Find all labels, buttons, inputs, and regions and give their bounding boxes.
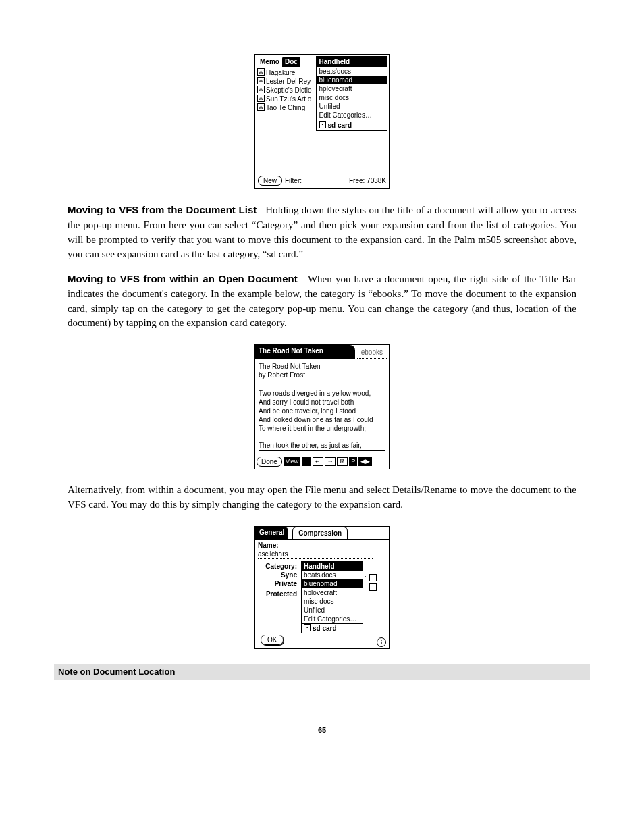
page-number: 65 bbox=[318, 726, 326, 734]
done-button[interactable]: Done bbox=[257, 457, 282, 467]
body-line: The Road Not Taken bbox=[259, 362, 385, 371]
doc-list-screenshot: Memo Doc WHagakure WLester Del Rey WSkep… bbox=[254, 54, 390, 189]
private-label: Private bbox=[258, 579, 300, 588]
list-item[interactable]: WLester Del Rey bbox=[257, 77, 314, 86]
open-document-screenshot: The Road Not Taken ebooks The Road Not T… bbox=[254, 344, 390, 469]
view-button[interactable]: View bbox=[284, 457, 300, 467]
name-label: Name: bbox=[258, 541, 279, 550]
dropdown-item[interactable]: misc docs bbox=[317, 93, 387, 102]
dropdown-item[interactable]: misc docs bbox=[302, 597, 363, 606]
body-line: by Robert Frost bbox=[259, 371, 385, 380]
category-label: Category: bbox=[258, 562, 300, 571]
sync-checkbox[interactable] bbox=[369, 574, 377, 581]
toolbar-icon[interactable]: ↵ bbox=[313, 457, 323, 467]
dropdown-item[interactable]: Unfiled bbox=[317, 102, 387, 111]
section-header-note: Note on Document Location bbox=[54, 664, 590, 681]
list-item[interactable]: WHagakure bbox=[257, 68, 314, 77]
paragraph-vfs-from-open-doc: Moving to VFS from within an Open Docume… bbox=[68, 271, 576, 331]
dropdown-item[interactable]: hplovecraft bbox=[302, 588, 363, 597]
toolbar-icon[interactable]: ☰ bbox=[302, 457, 311, 467]
filter-label: Filter: bbox=[285, 176, 302, 185]
category-dropdown[interactable]: Handheld beats'docs bluenomad hplovecraf… bbox=[301, 561, 363, 633]
sync-label: Sync bbox=[258, 571, 300, 579]
dropdown-item[interactable]: beats'docs bbox=[317, 67, 387, 76]
body-line: Two roads diverged in a yellow wood, bbox=[259, 389, 385, 398]
dropdown-item-selected[interactable]: bluenomad bbox=[302, 579, 363, 588]
doc-icon: W bbox=[257, 86, 265, 93]
protected-label: Protected bbox=[258, 590, 300, 598]
new-button[interactable]: New bbox=[258, 176, 282, 186]
compression-tab[interactable]: Compression bbox=[292, 527, 348, 539]
memo-tab[interactable]: Memo bbox=[257, 57, 282, 67]
document-list: WHagakure WLester Del Rey WSkeptic's Dic… bbox=[255, 67, 316, 113]
dropdown-item[interactable]: hplovecraft bbox=[317, 84, 387, 93]
list-item[interactable]: WSkeptic's Dictio bbox=[257, 86, 314, 95]
info-icon[interactable]: i bbox=[377, 637, 386, 647]
page-footer: 65 bbox=[68, 721, 576, 736]
dropdown-item-selected[interactable]: bluenomad bbox=[317, 76, 387, 84]
sd-card-icon: ▪ bbox=[304, 624, 311, 631]
body-line: And be one traveler, long I stood bbox=[259, 407, 385, 415]
dropdown-item[interactable]: beats'docs bbox=[302, 571, 363, 579]
dropdown-header: Handheld bbox=[317, 57, 387, 67]
document-category-selector[interactable]: ebooks bbox=[357, 346, 387, 359]
body-line: And looked down one as far as I could bbox=[259, 415, 385, 424]
dropdown-item[interactable]: Unfiled bbox=[302, 606, 363, 615]
details-dialog-screenshot: General Compression Name: asciichars Cat… bbox=[254, 526, 390, 649]
general-tab[interactable]: General bbox=[255, 527, 288, 539]
list-item[interactable]: WTao Te Ching bbox=[257, 103, 314, 112]
document-title-bar: The Road Not Taken bbox=[255, 345, 355, 359]
body-line: To where it bent in the undergrowth; bbox=[259, 424, 385, 433]
toolbar-icon[interactable]: ◀▶ bbox=[358, 457, 372, 467]
free-space-label: Free: 7038K bbox=[349, 176, 386, 185]
doc-icon: W bbox=[257, 103, 265, 111]
dropdown-item[interactable]: Edit Categories… bbox=[317, 111, 387, 120]
doc-icon: W bbox=[257, 95, 265, 102]
dropdown-item[interactable]: Edit Categories… bbox=[302, 615, 363, 623]
category-dropdown[interactable]: Handheld beats'docs bluenomad hplovecraf… bbox=[316, 56, 387, 131]
document-toolbar: Done View ☰ ↵ ↔ 🗎 P ◀▶ bbox=[255, 454, 389, 469]
body-line: Then took the other, as just as fair, bbox=[259, 441, 385, 451]
paragraph-vfs-from-list: Moving to VFS from the Document List Hol… bbox=[68, 203, 576, 262]
document-body: The Road Not Taken by Robert Frost Two r… bbox=[255, 359, 389, 454]
toolbar-icon[interactable]: P bbox=[349, 457, 357, 467]
doc-tab[interactable]: Doc bbox=[282, 57, 300, 67]
list-tabs: Memo Doc bbox=[255, 55, 316, 67]
dropdown-sdcard[interactable]: ▪sd card bbox=[317, 120, 387, 130]
paragraph-heading: Moving to VFS from the Document List bbox=[68, 204, 257, 215]
body-line: And sorry I could not travel both bbox=[259, 398, 385, 407]
list-item[interactable]: WSun Tzu's Art o bbox=[257, 95, 314, 103]
name-field[interactable]: asciichars bbox=[258, 550, 373, 559]
sd-card-icon: ▪ bbox=[319, 121, 326, 128]
doc-icon: W bbox=[257, 77, 265, 84]
toolbar-icon[interactable]: 🗎 bbox=[337, 457, 348, 467]
private-checkbox[interactable] bbox=[369, 583, 377, 591]
dropdown-sdcard[interactable]: ▪sd card bbox=[302, 623, 363, 633]
ok-button[interactable]: OK bbox=[261, 635, 284, 645]
doc-icon: W bbox=[257, 68, 265, 76]
toolbar-icon[interactable]: ↔ bbox=[325, 457, 336, 467]
paragraph-heading: Moving to VFS from within an Open Docume… bbox=[68, 273, 298, 284]
paragraph-alternative: Alternatively, from within a document, y… bbox=[68, 483, 576, 513]
dropdown-header: Handheld bbox=[302, 562, 363, 571]
